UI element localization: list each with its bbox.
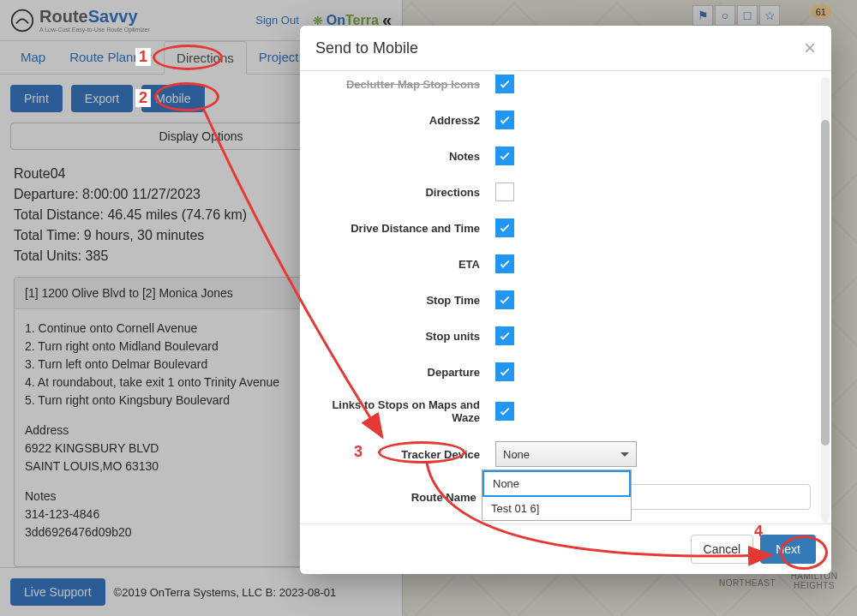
directions-checkbox[interactable] — [495, 182, 514, 201]
dropdown-option-test[interactable]: Test 01 6] — [482, 497, 631, 520]
stop-time-label: Stop Time — [307, 294, 495, 307]
modal-body: Declutter Map Stop Icons Address2 Notes … — [300, 71, 831, 523]
eta-checkbox[interactable] — [495, 254, 514, 273]
tracker-label: Tracker Device — [307, 448, 495, 461]
drive-label: Drive Distance and Time — [307, 222, 495, 235]
directions-label: Directions — [307, 186, 495, 199]
cancel-button[interactable]: Cancel — [691, 535, 754, 564]
notes-checkbox[interactable] — [495, 147, 514, 165]
scrollbar-thumb[interactable] — [821, 120, 830, 446]
links-label: Links to Stops on Maps and Waze — [307, 398, 495, 424]
tracker-dropdown-list: None Test 01 6] — [482, 469, 632, 521]
departure-label: Departure — [307, 366, 495, 379]
notes-label-modal: Notes — [307, 150, 495, 163]
address2-label: Address2 — [307, 114, 495, 127]
modal-title: Send to Mobile — [315, 39, 418, 57]
address2-checkbox[interactable] — [495, 111, 514, 129]
links-checkbox[interactable] — [495, 402, 514, 421]
eta-label: ETA — [307, 258, 495, 271]
drive-checkbox[interactable] — [495, 218, 514, 237]
declutter-checkbox[interactable] — [495, 75, 514, 93]
stop-units-checkbox[interactable] — [495, 326, 514, 345]
route-name-label: Route Name — [307, 491, 492, 504]
tracker-select[interactable]: None — [495, 441, 637, 467]
stop-units-label: Stop units — [307, 330, 495, 343]
dropdown-option-none[interactable]: None — [482, 470, 631, 497]
next-button[interactable]: Next — [760, 535, 816, 564]
declutter-label: Declutter Map Stop Icons — [307, 78, 495, 91]
stop-time-checkbox[interactable] — [495, 290, 514, 309]
close-icon[interactable]: × — [804, 38, 816, 58]
tracker-value: None — [503, 448, 530, 461]
chevron-down-icon — [620, 452, 629, 457]
departure-checkbox[interactable] — [495, 362, 514, 381]
